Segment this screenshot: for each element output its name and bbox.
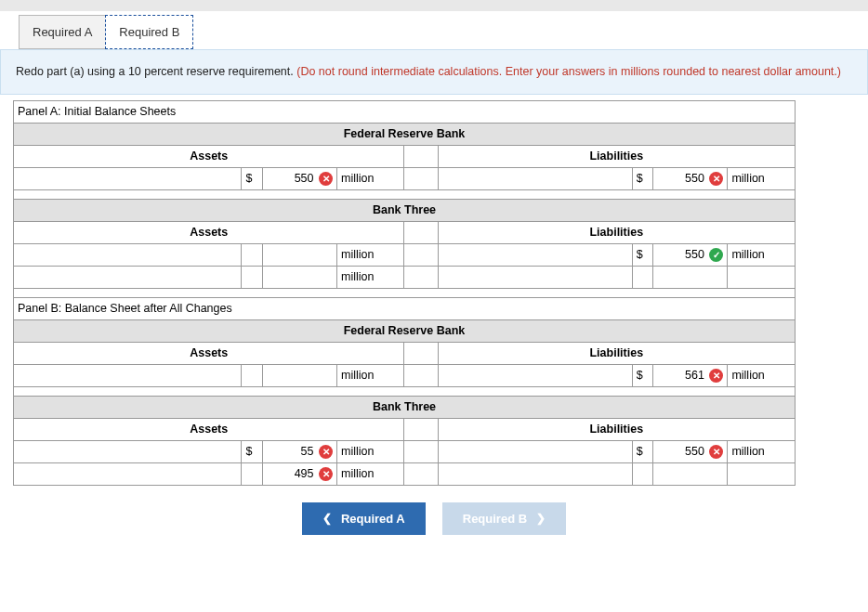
pa-frb-l-unit: million — [728, 167, 796, 189]
pa-frb-a-value: 550 — [295, 172, 314, 185]
panel-a-b3-liab-label: Liabilities — [438, 221, 795, 243]
next-button[interactable]: Required B ❯ — [442, 502, 566, 535]
panel-b-frb-name: Federal Reserve Bank — [14, 319, 796, 342]
balance-sheet-area: Panel A: Initial Balance Sheets Federal … — [13, 100, 796, 486]
correct-icon: ✓ — [709, 248, 723, 262]
wrong-icon: ✕ — [709, 445, 723, 459]
tab-required-b[interactable]: Required B — [105, 15, 193, 49]
pb-frb-l-unit: million — [728, 364, 796, 386]
top-gray-bar — [0, 0, 868, 11]
pb-b3-l-dollar: $ — [632, 440, 652, 462]
pb-b3-a1-unit: million — [337, 440, 404, 462]
pa-b3-l-unit: million — [728, 243, 796, 266]
chevron-right-icon: ❯ — [536, 512, 546, 525]
panel-a-frb-assets-label: Assets — [14, 145, 404, 167]
instruction-box: Redo part (a) using a 10 percent reserve… — [0, 49, 868, 95]
pb-b3-a2-unit: million — [337, 462, 404, 485]
pa-frb-l-value: 550 — [685, 172, 704, 185]
wrong-icon: ✕ — [709, 369, 723, 383]
next-button-label: Required B — [463, 512, 527, 526]
panel-b-frb-assets-label: Assets — [14, 342, 404, 364]
panel-a-title: Panel A: Initial Balance Sheets — [14, 100, 796, 123]
pb-b3-a2-value: 495 — [295, 467, 314, 480]
prev-button[interactable]: ❮ Required A — [302, 502, 426, 535]
pb-b3-a1-value-cell[interactable]: 55 ✕ — [262, 440, 336, 462]
pb-b3-a2-value-cell[interactable]: 495 ✕ — [262, 462, 336, 485]
pa-b3-a2-unit: million — [337, 266, 404, 288]
prev-button-label: Required A — [341, 512, 405, 526]
panel-b-b3-assets-label: Assets — [14, 418, 404, 440]
chevron-left-icon: ❮ — [322, 512, 332, 525]
balance-sheet-table: Panel A: Initial Balance Sheets Federal … — [13, 100, 796, 486]
panel-b-title: Panel B: Balance Sheet after All Changes — [14, 297, 796, 319]
pa-b3-a2-value-cell[interactable] — [262, 266, 336, 288]
wrong-icon: ✕ — [319, 467, 333, 481]
wrong-icon: ✕ — [319, 445, 333, 459]
pa-b3-a1-value-cell[interactable] — [262, 243, 336, 266]
pb-b3-a1-value: 55 — [301, 445, 314, 458]
pa-frb-a-value-cell[interactable]: 550 ✕ — [262, 167, 336, 189]
panel-b-b3-liab-label: Liabilities — [438, 418, 795, 440]
pb-b3-a1-dollar: $ — [242, 440, 262, 462]
pb-b3-l-value: 550 — [685, 445, 704, 458]
pb-frb-a-unit: million — [337, 364, 404, 386]
pa-b3-l-dollar: $ — [632, 243, 652, 266]
panel-a-frb-name: Federal Reserve Bank — [14, 123, 796, 145]
pb-b3-l-value-cell[interactable]: 550 ✕ — [652, 440, 727, 462]
pb-b3-l-unit: million — [728, 440, 796, 462]
pa-frb-a-unit: million — [337, 167, 404, 189]
pa-frb-l-dollar: $ — [632, 167, 652, 189]
tabs-row: Required A Required B — [0, 15, 868, 49]
tab-required-a[interactable]: Required A — [19, 15, 106, 49]
pb-frb-l-value-cell[interactable]: 561 ✕ — [652, 364, 727, 386]
pa-b3-a1-unit: million — [337, 243, 404, 266]
panel-a-b3-name: Bank Three — [14, 199, 796, 221]
wrong-icon: ✕ — [709, 172, 723, 186]
pa-b3-l-value-cell[interactable]: 550 ✓ — [652, 243, 727, 266]
nav-buttons: ❮ Required A Required B ❯ — [0, 502, 868, 535]
panel-b-b3-name: Bank Three — [14, 396, 796, 418]
pb-frb-a-value-cell[interactable] — [262, 364, 336, 386]
pa-b3-l-value: 550 — [685, 248, 704, 261]
pb-frb-l-value: 561 — [685, 369, 704, 382]
pa-frb-l-value-cell[interactable]: 550 ✕ — [652, 167, 727, 189]
panel-a-b3-assets-label: Assets — [14, 221, 404, 243]
panel-b-frb-liab-label: Liabilities — [438, 342, 795, 364]
pb-frb-l-dollar: $ — [632, 364, 652, 386]
panel-a-frb-liab-label: Liabilities — [438, 145, 795, 167]
instruction-text: Redo part (a) using a 10 percent reserve… — [16, 65, 296, 78]
pa-frb-a-dollar: $ — [242, 167, 262, 189]
instruction-note: (Do not round intermediate calculations.… — [296, 65, 841, 78]
wrong-icon: ✕ — [319, 172, 333, 186]
